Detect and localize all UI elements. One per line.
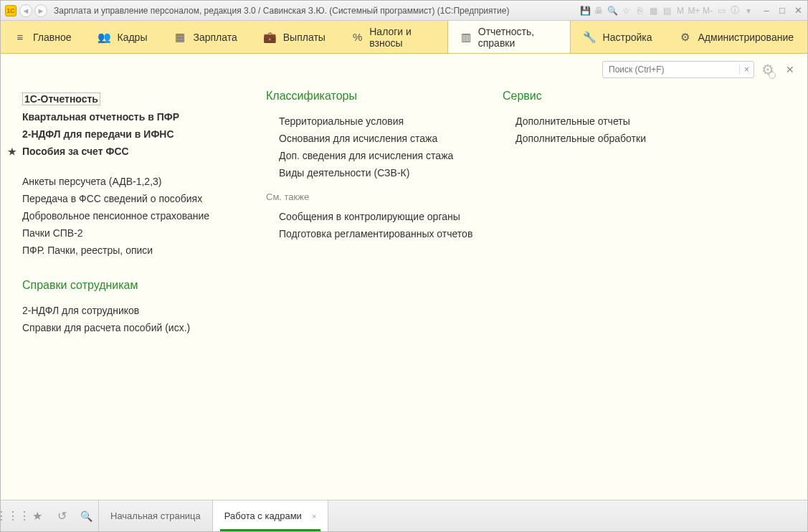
link-item[interactable]: Анкеты персучета (АДВ-1,2,3) — [22, 173, 237, 190]
link-item[interactable]: Территориальные условия — [279, 113, 474, 130]
link-item[interactable]: Виды деятельности (СЗВ-К) — [279, 164, 474, 181]
maximize-button[interactable]: □ — [777, 5, 787, 16]
nav-item-report[interactable]: ▥Отчетность, справки — [447, 21, 571, 53]
history-icon[interactable]: ↺ — [49, 500, 74, 531]
link-item[interactable]: 1С-Отчетность — [22, 90, 237, 108]
minimize-button[interactable]: – — [761, 5, 771, 16]
report-icon: ▥ — [461, 32, 471, 43]
search-input[interactable] — [603, 65, 739, 75]
link-item[interactable]: Передача в ФСС сведений о пособиях — [22, 190, 237, 207]
link-item[interactable]: 2-НДФЛ для передачи в ИФНС — [22, 125, 237, 143]
window-title: Зарплата и управление персоналом, редакц… — [54, 6, 579, 16]
link-item[interactable]: Сообщения в контролирующие органы — [279, 208, 474, 225]
back-button[interactable]: ◄ — [19, 4, 32, 17]
content-area: × ⚙ ✕ 1С-ОтчетностьКвартальная отчетност… — [1, 54, 807, 500]
link-label: Справки для расчета пособий (исх.) — [22, 322, 190, 333]
main-navigation: ≡Главное👥Кадры▦Зарплата💼Выплаты%Налоги и… — [1, 21, 807, 54]
tab-close-icon[interactable]: × — [312, 512, 316, 521]
bottom-tab[interactable]: Работа с кадрами× — [212, 500, 329, 531]
nav-item-people[interactable]: 👥Кадры — [85, 21, 161, 53]
nav-label: Выплаты — [283, 32, 325, 43]
link-label: Анкеты персучета (АДВ-1,2,3) — [22, 176, 161, 187]
nav-item-percent[interactable]: %Налоги и взносы — [339, 21, 447, 53]
nav-item-calc[interactable]: ▦Зарплата — [161, 21, 250, 53]
people-icon: 👥 — [99, 32, 110, 43]
nav-item-wallet[interactable]: 💼Выплаты — [251, 21, 339, 53]
section-title-classifiers: Классификаторы — [266, 90, 474, 103]
favorite-icon[interactable]: ☆ — [620, 5, 632, 16]
favorites-icon[interactable]: ★ — [25, 500, 49, 531]
section-title-service: Сервис — [503, 90, 689, 103]
apps-icon[interactable]: ⋮⋮⋮ — [1, 500, 25, 531]
forward-button[interactable]: ► — [34, 4, 47, 17]
link-item[interactable]: Основания для исчисления стажа — [279, 130, 474, 147]
link-label: Основания для исчисления стажа — [279, 133, 437, 144]
link-item[interactable]: Квартальная отчетность в ПФР — [22, 108, 237, 125]
nav-item-menu[interactable]: ≡Главное — [1, 21, 85, 53]
link-label: 2-НДФЛ для сотрудников — [22, 305, 139, 316]
column-reports: 1С-ОтчетностьКвартальная отчетность в ПФ… — [22, 90, 237, 336]
nav-label: Главное — [33, 32, 72, 43]
link-label: Подготовка регламентированных отчетов — [279, 228, 472, 239]
search-clear-button[interactable]: × — [739, 65, 754, 75]
nav-item-wrench[interactable]: 🔧Настройка — [571, 21, 666, 53]
calc-m[interactable]: M — [675, 5, 686, 16]
nav-label: Настройка — [603, 32, 652, 43]
panel-icon[interactable]: ▭ — [716, 5, 727, 16]
link-label: Добровольное пенсионное страхование — [22, 210, 209, 222]
preview-icon[interactable]: 🔍 — [607, 5, 618, 16]
section-title-employee-certs: Справки сотрудникам — [22, 279, 237, 292]
link-item[interactable]: Подготовка регламентированных отчетов — [279, 225, 474, 242]
link-label: ПФР. Пачки, реестры, описи — [22, 244, 153, 256]
close-panel-button[interactable]: ✕ — [786, 64, 794, 75]
wrench-icon: 🔧 — [584, 32, 596, 43]
star-icon: ★ — [8, 146, 21, 157]
link-item[interactable]: Дополнительные обработки — [515, 130, 689, 147]
tab-label: Работа с кадрами — [224, 510, 302, 521]
calc-icon: ▦ — [174, 32, 186, 43]
menu-icon: ≡ — [14, 32, 26, 43]
save-icon[interactable]: 💾 — [579, 5, 591, 16]
link-label: 2-НДФЛ для передачи в ИФНС — [22, 128, 174, 140]
link-label: 1С-Отчетность — [22, 92, 100, 105]
calculator-icon[interactable]: ▤ — [661, 5, 672, 16]
link-label: Территориальные условия — [279, 115, 404, 127]
link-icon[interactable]: ⎘ — [634, 5, 645, 16]
percent-icon: % — [353, 32, 362, 43]
link-item[interactable]: ★Пособия за счет ФСС — [22, 143, 237, 160]
info-icon[interactable]: ⓘ — [729, 5, 741, 16]
link-item[interactable]: 2-НДФЛ для сотрудников — [22, 302, 237, 319]
link-item[interactable]: Дополнительные отчеты — [515, 113, 689, 130]
close-button[interactable]: ✕ — [793, 5, 803, 16]
toolbar-icons: 💾 🖶 🔍 ☆ ⎘ ▦ ▤ M M+ M- ▭ ⓘ ▾ — [579, 5, 754, 16]
app-logo-icon: 1C — [5, 5, 16, 16]
calc-m-minus[interactable]: M- — [702, 5, 713, 16]
link-label: Дополнительные обработки — [515, 133, 646, 144]
settings-gear-icon[interactable]: ⚙ — [761, 61, 774, 78]
link-label: Пачки СПВ-2 — [22, 227, 83, 239]
link-item[interactable]: Справки для расчета пособий (исх.) — [22, 319, 237, 336]
dropdown-icon[interactable]: ▾ — [743, 5, 754, 16]
link-item[interactable]: Пачки СПВ-2 — [22, 224, 237, 242]
nav-label: Кадры — [118, 32, 148, 43]
link-label: Дополнительные отчеты — [515, 115, 630, 127]
link-label: Сообщения в контролирующие органы — [279, 211, 460, 222]
link-item[interactable]: Доп. сведения для исчисления стажа — [279, 147, 474, 164]
calendar-icon[interactable]: ▦ — [647, 5, 659, 16]
link-label: Передача в ФСС сведений о пособиях — [22, 193, 202, 204]
column-classifiers: Классификаторы Территориальные условияОс… — [266, 90, 474, 336]
nav-item-gear[interactable]: ⚙Администрирование — [666, 21, 808, 53]
nav-label: Отчетность, справки — [478, 26, 557, 49]
calc-m-plus[interactable]: M+ — [688, 5, 700, 16]
link-item[interactable]: Добровольное пенсионное страхование — [22, 207, 237, 224]
nav-label: Налоги и взносы — [369, 26, 434, 49]
link-item[interactable]: ПФР. Пачки, реестры, описи — [22, 242, 237, 259]
print-icon[interactable]: 🖶 — [593, 5, 604, 16]
link-label: Квартальная отчетность в ПФР — [22, 111, 179, 123]
wallet-icon: 💼 — [265, 32, 276, 43]
search-row: × ⚙ ✕ — [602, 61, 794, 78]
nav-label: Администрирование — [698, 32, 794, 43]
search-tool-icon[interactable]: 🔍 — [74, 500, 98, 531]
bottom-tab[interactable]: Начальная страница — [98, 500, 212, 531]
tab-label: Начальная страница — [110, 510, 201, 521]
